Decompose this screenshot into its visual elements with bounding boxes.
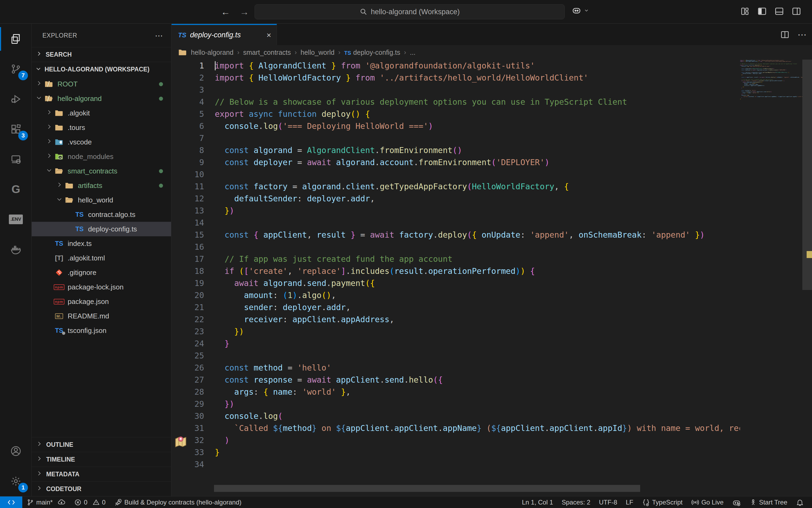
code-line[interactable]: 28 args: { name: 'world' }, — [172, 386, 740, 398]
statusbar-item-spaces-2[interactable]: Spaces: 2 — [557, 497, 595, 508]
statusbar-item-utf-8[interactable]: UTF-8 — [595, 497, 622, 508]
tree-item--gitignore[interactable]: .gitignore — [32, 265, 171, 280]
code-line[interactable]: 16 — [172, 241, 740, 253]
activity-source-control-icon[interactable]: 7 — [0, 54, 32, 84]
section-timeline[interactable]: TIMELINE — [32, 452, 171, 467]
tree-item-readme-md[interactable]: M↓README.md — [32, 309, 171, 323]
code-line[interactable]: 25 — [172, 349, 740, 362]
code-editor[interactable]: 1import { AlgorandClient } from '@algora… — [172, 59, 740, 485]
statusbar-item[interactable]: main* — [22, 497, 70, 508]
code-line[interactable]: 24 } — [172, 338, 740, 349]
code-line[interactable]: 2import { HelloWorldFactory } from '../a… — [172, 72, 740, 84]
code-line[interactable]: 11 const factory = algorand.client.getTy… — [172, 180, 740, 193]
code-line[interactable]: 7 — [172, 132, 740, 144]
code-line[interactable]: 18 if (['create', 'replace'].includes(re… — [172, 265, 740, 277]
copilot-menu-button[interactable] — [571, 5, 589, 15]
editor-actions-more-icon[interactable]: ⋯ — [798, 29, 807, 40]
activity-run-debug-icon[interactable] — [0, 84, 32, 114]
tree-item-deploy-config-ts[interactable]: TSdeploy-config.ts — [32, 222, 171, 236]
statusbar-item-start-tree[interactable]: Start Tree — [745, 497, 792, 508]
statusbar-item-ln-1-col-1[interactable]: Ln 1, Col 1 — [518, 497, 557, 508]
breadcrumb-item[interactable]: hello-algorand — [191, 49, 233, 56]
code-line[interactable]: 23 }) — [172, 326, 740, 338]
horizontal-scrollbar[interactable] — [214, 485, 640, 492]
statusbar-item[interactable]: 00 — [70, 497, 110, 508]
code-line[interactable]: 27 const response = await appClient.send… — [172, 374, 740, 386]
section-outline[interactable]: OUTLINE — [32, 437, 171, 452]
statusbar-item[interactable]: Build & Deploy contracts (hello-algorand… — [110, 497, 246, 508]
statusbar-item-lf[interactable]: LF — [622, 497, 638, 508]
code-line[interactable]: 19 await algorand.send.payment({ — [172, 277, 740, 289]
code-line[interactable]: 8 const algorand = AlgorandClient.fromEn… — [172, 144, 740, 156]
tree-item-smart-contracts[interactable]: smart_contracts — [32, 164, 171, 178]
nav-forward-button[interactable]: → — [239, 6, 250, 18]
code-line[interactable]: 15 const { appClient, result } = await f… — [172, 229, 740, 241]
tree-item-root[interactable]: ROOT — [32, 77, 171, 91]
activity-files-icon[interactable] — [0, 24, 32, 54]
section-codetour[interactable]: CODETOUR — [32, 481, 171, 496]
code-line[interactable]: 6 console.log('=== Deploying HelloWorld … — [172, 120, 740, 132]
activity-account-icon[interactable] — [0, 436, 32, 466]
nav-back-button[interactable]: ← — [220, 6, 231, 18]
activity-settings-gear-icon[interactable]: 1 — [0, 466, 32, 496]
statusbar-item-bell-icon[interactable] — [792, 497, 808, 508]
code-line[interactable]: 4// Below is a showcase of various deplo… — [172, 96, 740, 108]
code-line[interactable]: 29 }) — [172, 398, 740, 410]
activity-extensions-icon[interactable]: 3 — [0, 114, 32, 144]
section-search[interactable]: SEARCH — [32, 47, 171, 62]
breadcrumb-item[interactable]: TSdeploy-config.ts — [344, 49, 400, 56]
remote-indicator[interactable] — [0, 497, 22, 508]
code-line[interactable]: 20 amount: (1).algo(), — [172, 289, 740, 301]
breadcrumb-item[interactable]: ... — [410, 49, 415, 56]
tree-item--tours[interactable]: .tours — [32, 120, 171, 135]
code-line[interactable]: 26 const method = 'hello' — [172, 362, 740, 374]
code-line[interactable]: 5export async function deploy() { — [172, 108, 740, 120]
code-line[interactable]: 34 — [172, 458, 740, 470]
tree-item-artifacts[interactable]: artifacts — [32, 178, 171, 193]
toggle-secondary-sidebar-icon[interactable] — [792, 6, 801, 16]
code-line[interactable]: 12 defaultSender: deployer.addr, — [172, 193, 740, 205]
activity-remote-explorer-icon[interactable] — [0, 144, 32, 174]
statusbar-item-copilot-disabled-icon[interactable] — [728, 497, 745, 508]
sidebar-actions-button[interactable]: ⋯ — [155, 31, 164, 40]
code-line[interactable]: 9 const deployer = await algorand.accoun… — [172, 156, 740, 168]
tree-item-package-lock-json[interactable]: npmpackage-lock.json — [32, 280, 171, 294]
tree-item-hello-world[interactable]: hello_world — [32, 193, 171, 207]
code-line[interactable]: 21 sender: deployer.addr, — [172, 301, 740, 313]
tree-item-index-ts[interactable]: TSindex.ts — [32, 236, 171, 251]
code-line[interactable]: 14 — [172, 217, 740, 229]
tree-item-node-modules[interactable]: JSnode_modules — [32, 149, 171, 164]
code-line[interactable]: 22 receiver: appClient.appAddress, — [172, 313, 740, 326]
code-line[interactable]: 13 }) — [172, 205, 740, 217]
code-line[interactable]: 30 console.log( — [172, 410, 740, 422]
code-line[interactable]: 10 — [172, 168, 740, 180]
code-line[interactable]: 17 // If app was just created fund the a… — [172, 253, 740, 265]
tree-item-contract-algo-ts[interactable]: TScontract.algo.ts — [32, 207, 171, 222]
statusbar-item-typescript[interactable]: TypeScript — [638, 497, 687, 508]
toggle-primary-sidebar-icon[interactable] — [757, 6, 767, 16]
tab-deploy-config[interactable]: TS deploy-config.ts × — [172, 24, 277, 45]
tree-item--algokit-toml[interactable]: [T].algokit.toml — [32, 251, 171, 265]
toggle-panel-icon[interactable] — [774, 6, 784, 16]
activity-docker-icon[interactable] — [0, 235, 32, 264]
code-line[interactable]: 1import { AlgorandClient } from '@algora… — [172, 59, 740, 72]
split-editor-icon[interactable] — [780, 29, 789, 40]
code-line[interactable]: 33} — [172, 446, 740, 458]
code-line[interactable]: 32 ) — [172, 434, 740, 446]
code-line[interactable]: 31 `Called ${method} on ${appClient.appC… — [172, 422, 740, 434]
breadcrumb-item[interactable]: smart_contracts — [243, 49, 291, 56]
customize-layout-icon[interactable] — [740, 6, 750, 16]
breadcrumb-item[interactable]: hello_world — [300, 49, 334, 56]
command-center-search[interactable]: hello-algorand (Workspace) — [255, 4, 565, 19]
code-line[interactable]: 3 — [172, 84, 740, 96]
statusbar-item-go-live[interactable]: Go Live — [687, 497, 728, 508]
workspace-header[interactable]: HELLO-ALGORAND (WORKSPACE) — [32, 62, 171, 77]
tree-item-package-json[interactable]: npmpackage.json — [32, 294, 171, 309]
section-metadata[interactable]: METADATA — [32, 467, 171, 481]
tree-item--vscode[interactable]: .vscode — [32, 135, 171, 149]
tree-item-hello-algorand[interactable]: hello-algorand — [32, 91, 171, 106]
activity-dotenv-icon[interactable]: .ENV — [0, 204, 32, 235]
activity-gitlens-icon[interactable]: G — [0, 174, 32, 204]
minimap[interactable]: import { AlgorandClient } from '@algoran… — [740, 59, 802, 485]
close-tab-icon[interactable]: × — [266, 31, 271, 40]
